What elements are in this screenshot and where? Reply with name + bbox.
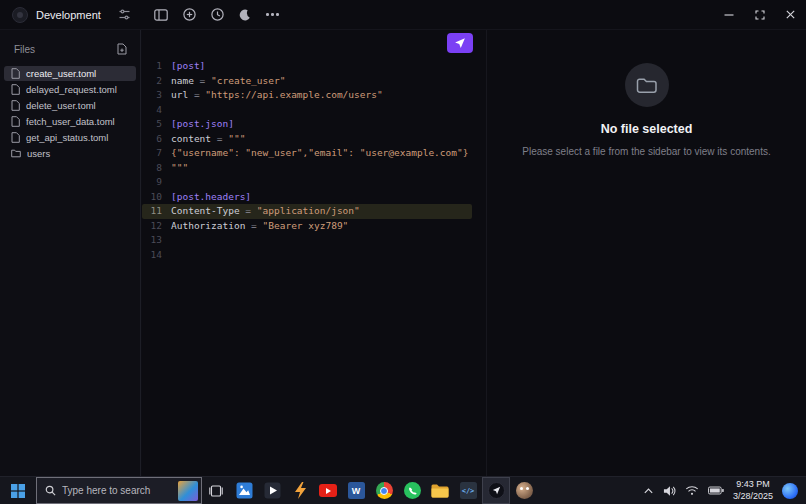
file-item[interactable]: delete_user.toml [4, 98, 136, 113]
open-folder-icon [636, 77, 658, 94]
editor-line[interactable]: 14 [142, 248, 486, 263]
taskbar-app-code-editor[interactable]: </> [454, 477, 482, 504]
battery-icon[interactable] [708, 486, 724, 495]
windows-taskbar: W </> [0, 476, 806, 504]
taskbar-app-lightning[interactable] [286, 477, 314, 504]
start-button[interactable] [0, 477, 36, 504]
line-number: 13 [146, 233, 162, 248]
api-client-icon [488, 482, 505, 499]
taskbar-app-api-client-active[interactable] [482, 477, 510, 504]
token: Content-Type [171, 205, 240, 216]
file-name: delete_user.toml [26, 100, 96, 111]
history-icon[interactable] [211, 8, 224, 21]
paper-plane-icon [454, 37, 466, 49]
token: "application/json" [257, 205, 360, 216]
editor-line[interactable]: 7 {"username": "new_user","email": "user… [142, 146, 486, 161]
file-explorer-icon [431, 484, 449, 498]
media-player-icon [264, 482, 281, 499]
network-wifi-icon[interactable] [685, 485, 699, 496]
editor-line[interactable]: 1 [post] [142, 59, 486, 74]
chrome-icon [376, 482, 393, 499]
taskbar-app-media-player[interactable] [258, 477, 286, 504]
tray-app-badge-icon[interactable] [782, 483, 798, 499]
file-icon [11, 116, 20, 127]
volume-icon[interactable] [663, 485, 676, 497]
search-input[interactable] [62, 485, 172, 496]
taskbar-app-whatsapp[interactable] [398, 477, 426, 504]
line-number: 2 [146, 74, 162, 89]
response-panel: No file selected Please select a file fr… [487, 30, 806, 476]
editor-line[interactable]: 3 url = "https://api.example.com/users" [142, 88, 486, 103]
sidebar-toggle-icon[interactable] [154, 9, 168, 21]
folder-icon [11, 149, 21, 158]
editor-line[interactable]: 4 [142, 103, 486, 118]
token: "Bearer xyz789" [263, 220, 349, 231]
taskbar-app-word[interactable]: W [342, 477, 370, 504]
search-highlight-icon[interactable] [178, 481, 198, 501]
editor-line[interactable]: 13 [142, 233, 486, 248]
youtube-icon [319, 484, 337, 497]
token: [post.headers] [171, 191, 251, 202]
editor-line-active[interactable]: 11 Content-Type = "application/json" [142, 204, 472, 219]
new-request-icon[interactable] [183, 8, 196, 21]
lightning-icon [293, 482, 308, 499]
code-editor-icon: </> [460, 482, 477, 499]
taskbar-app-gimp[interactable] [510, 477, 538, 504]
editor-line[interactable]: 12 Authorization = "Bearer xyz789" [142, 219, 486, 234]
taskbar-app-photos[interactable] [230, 477, 258, 504]
code-text: """ [171, 161, 188, 176]
file-item[interactable]: fetch_user_data.toml [4, 114, 136, 129]
file-list: create_user.toml delayed_request.toml de… [0, 66, 140, 161]
workspace-switcher[interactable]: Development [0, 0, 141, 29]
editor-line[interactable]: 9 [142, 175, 486, 190]
taskbar-search[interactable] [36, 477, 202, 504]
workspace-settings-icon[interactable] [118, 8, 131, 21]
theme-toggle-icon[interactable] [239, 9, 251, 21]
line-number: 1 [146, 59, 162, 74]
taskbar-app-youtube[interactable] [314, 477, 342, 504]
titlebar: Development [0, 0, 806, 30]
file-item[interactable]: create_user.toml [4, 66, 136, 81]
editor-line[interactable]: 8 """ [142, 161, 486, 176]
code-text: {"username": "new_user","email": "user@e… [171, 146, 468, 161]
line-number: 4 [146, 103, 162, 118]
editor-line[interactable]: 10 [post.headers] [142, 190, 486, 205]
token: "create_user" [211, 75, 285, 86]
token: = [188, 89, 205, 100]
clock-time: 9:43 PM [736, 479, 770, 489]
line-number: 11 [146, 204, 162, 219]
maximize-button[interactable] [744, 0, 775, 29]
editor-line[interactable]: 2 name = "create_user" [142, 74, 486, 89]
token: = [240, 205, 257, 216]
clock[interactable]: 9:43 PM 3/28/2025 [733, 479, 773, 502]
clock-date: 3/28/2025 [733, 491, 773, 501]
send-request-button[interactable] [447, 33, 473, 53]
task-view-button[interactable] [202, 477, 230, 504]
workspace-avatar[interactable] [12, 7, 28, 23]
file-item[interactable]: delayed_request.toml [4, 82, 136, 97]
line-number: 14 [146, 248, 162, 263]
token: [post] [171, 60, 205, 71]
more-options-icon[interactable] [266, 13, 279, 16]
system-tray: 9:43 PM 3/28/2025 [643, 477, 806, 504]
photos-icon [236, 482, 253, 499]
files-sidebar: Files create_user.toml delayed_request.t… [0, 30, 141, 476]
editor-line[interactable]: 5 [post.json] [142, 117, 486, 132]
code-text: [post.headers] [171, 190, 251, 205]
window-controls [713, 0, 806, 29]
hidden-icons-chevron[interactable] [643, 487, 654, 495]
taskbar-app-file-explorer[interactable] [426, 477, 454, 504]
taskbar-app-chrome[interactable] [370, 477, 398, 504]
empty-state-subtitle: Please select a file from the sidebar to… [522, 144, 772, 160]
whatsapp-icon [404, 482, 421, 499]
request-editor[interactable]: 1 [post] 2 name = "create_user" 3 url = … [142, 30, 487, 476]
close-button[interactable] [775, 0, 806, 29]
minimize-button[interactable] [713, 0, 744, 29]
editor-line[interactable]: 6 content = """ [142, 132, 486, 147]
token: [post.json] [171, 118, 234, 129]
new-file-icon[interactable] [116, 43, 128, 55]
file-item[interactable]: get_api_status.toml [4, 130, 136, 145]
folder-item[interactable]: users [4, 146, 136, 161]
file-name: fetch_user_data.toml [26, 116, 115, 127]
word-icon: W [348, 482, 365, 499]
